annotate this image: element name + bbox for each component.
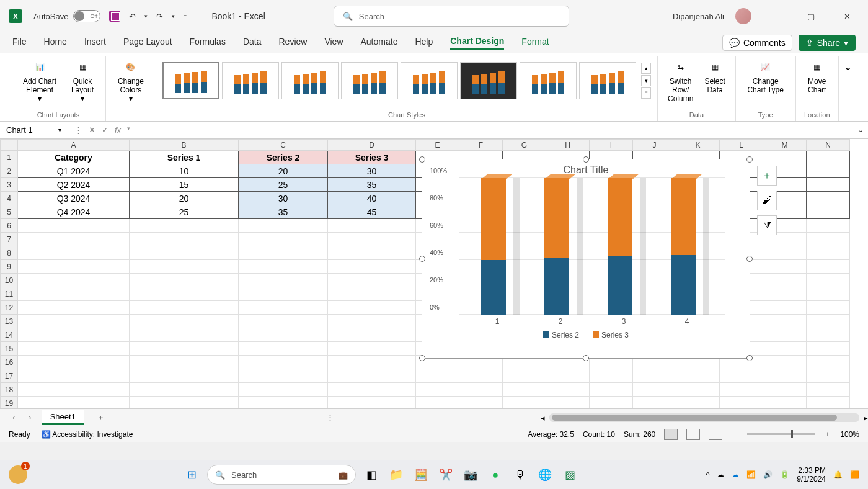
chart-bar-3[interactable] xyxy=(608,178,640,315)
cell-C1[interactable]: Series 2 xyxy=(239,151,328,164)
cell-K19[interactable] xyxy=(676,397,720,409)
cell-N6[interactable] xyxy=(807,219,850,233)
save-icon[interactable] xyxy=(109,11,120,22)
cell-C16[interactable] xyxy=(239,356,328,369)
cell-A1[interactable]: Category xyxy=(18,151,130,164)
cell-N3[interactable] xyxy=(807,178,850,192)
formula-input[interactable] xyxy=(136,122,853,138)
col-header-A[interactable]: A xyxy=(18,140,130,151)
share-button[interactable]: ⇪ Share ▾ xyxy=(799,35,856,51)
cell-A11[interactable] xyxy=(18,287,130,301)
cell-D11[interactable] xyxy=(328,287,416,301)
col-header-C[interactable]: C xyxy=(239,140,328,151)
cell-A19[interactable] xyxy=(18,397,130,409)
cell-M16[interactable] xyxy=(763,356,807,369)
cell-H17[interactable] xyxy=(546,369,590,383)
app-icon[interactable]: 1 xyxy=(9,465,27,484)
cell-B10[interactable] xyxy=(130,274,239,287)
cell-J18[interactable] xyxy=(633,383,676,397)
cell-N14[interactable] xyxy=(807,328,850,342)
switch-row-column-button[interactable]: ⇆ Switch Row/ Column xyxy=(664,56,697,105)
battery-icon[interactable]: 🔋 xyxy=(780,470,789,479)
add-sheet-button[interactable]: ＋ xyxy=(91,412,111,423)
cell-C9[interactable] xyxy=(239,260,328,274)
cell-A2[interactable]: Q1 2024 xyxy=(18,164,130,178)
cell-D5[interactable]: 45 xyxy=(328,205,416,219)
minimize-button[interactable]: ― xyxy=(763,7,787,25)
avatar[interactable] xyxy=(735,8,751,24)
cell-B12[interactable] xyxy=(130,301,239,315)
row-header-9[interactable]: 9 xyxy=(1,260,18,274)
confirm-icon[interactable]: ✓ xyxy=(102,125,108,135)
cell-A16[interactable] xyxy=(18,356,130,369)
cell-M8[interactable] xyxy=(763,246,807,260)
cell-M15[interactable] xyxy=(763,342,807,356)
cell-A9[interactable] xyxy=(18,260,130,274)
cell-D18[interactable] xyxy=(328,383,416,397)
normal-view-button[interactable] xyxy=(664,429,678,440)
cell-G17[interactable] xyxy=(503,369,546,383)
col-header-M[interactable]: M xyxy=(763,140,807,151)
cell-D4[interactable]: 40 xyxy=(328,192,416,205)
cell-B7[interactable] xyxy=(130,233,239,246)
chart-bar-4[interactable] xyxy=(671,178,703,315)
tab-automate[interactable]: Automate xyxy=(361,37,398,49)
spotify-icon[interactable]: ● xyxy=(486,465,505,484)
cell-G18[interactable] xyxy=(503,383,546,397)
cell-B19[interactable] xyxy=(130,397,239,409)
cell-B17[interactable] xyxy=(130,369,239,383)
cell-N19[interactable] xyxy=(807,397,850,409)
cell-A5[interactable]: Q4 2024 xyxy=(18,205,130,219)
row-header-5[interactable]: 5 xyxy=(1,205,18,219)
cell-D12[interactable] xyxy=(328,301,416,315)
sheet-tab-sheet1[interactable]: Sheet1 xyxy=(42,410,84,425)
cell-B16[interactable] xyxy=(130,356,239,369)
col-header-L[interactable]: L xyxy=(720,140,763,151)
row-header-8[interactable]: 8 xyxy=(1,246,18,260)
zoom-level[interactable]: 100% xyxy=(840,430,859,439)
tab-home[interactable]: Home xyxy=(44,37,67,49)
cell-A10[interactable] xyxy=(18,274,130,287)
cell-M12[interactable] xyxy=(763,301,807,315)
col-header-D[interactable]: D xyxy=(328,140,416,151)
change-colors-button[interactable]: 🎨 Change Colors ▾ xyxy=(112,56,149,105)
cancel-icon[interactable]: ✕ xyxy=(89,125,95,135)
formula-expand-icon[interactable]: ⌄ xyxy=(853,127,868,133)
zoom-slider[interactable] xyxy=(747,433,815,435)
cell-A8[interactable] xyxy=(18,246,130,260)
cell-D19[interactable] xyxy=(328,397,416,409)
name-box[interactable]: Chart 1▾ xyxy=(0,122,68,138)
chart-style-8[interactable] xyxy=(579,62,636,99)
row-header-18[interactable]: 18 xyxy=(1,383,18,397)
styles-scroll-up[interactable]: ▴ xyxy=(641,63,651,74)
cell-L18[interactable] xyxy=(720,383,763,397)
notifications-icon[interactable]: 🔔 xyxy=(833,470,843,479)
chart-plot-area[interactable]: 0%20%40%60%80%100% xyxy=(459,178,725,315)
cell-C18[interactable] xyxy=(239,383,328,397)
cell-N13[interactable] xyxy=(807,315,850,328)
tab-chart-design[interactable]: Chart Design xyxy=(450,36,504,50)
cell-A4[interactable]: Q3 2024 xyxy=(18,192,130,205)
tray-app-icon[interactable]: 🟧 xyxy=(850,470,859,479)
cell-M19[interactable] xyxy=(763,397,807,409)
quick-layout-button[interactable]: ▦ Quick Layout ▾ xyxy=(66,56,99,105)
sheet-next-icon[interactable]: › xyxy=(25,413,35,422)
col-header-N[interactable]: N xyxy=(807,140,850,151)
cell-K18[interactable] xyxy=(676,383,720,397)
wifi-icon[interactable]: 📶 xyxy=(746,470,756,479)
cell-M10[interactable] xyxy=(763,274,807,287)
cell-N8[interactable] xyxy=(807,246,850,260)
cell-C13[interactable] xyxy=(239,315,328,328)
close-button[interactable]: ✕ xyxy=(835,7,859,25)
legend-item[interactable]: Series 3 xyxy=(593,331,629,339)
chart-style-5[interactable] xyxy=(401,62,458,99)
cell-J17[interactable] xyxy=(633,369,676,383)
cell-N5[interactable] xyxy=(807,205,850,219)
cell-A18[interactable] xyxy=(18,383,130,397)
move-chart-button[interactable]: ▦ Move Chart xyxy=(802,56,832,105)
chart-style-2[interactable] xyxy=(222,62,279,99)
col-header-K[interactable]: K xyxy=(676,140,720,151)
chart-filters-button[interactable]: ⧩ xyxy=(757,215,777,235)
volume-icon[interactable]: 🔊 xyxy=(763,470,773,479)
col-header-F[interactable]: F xyxy=(459,140,503,151)
